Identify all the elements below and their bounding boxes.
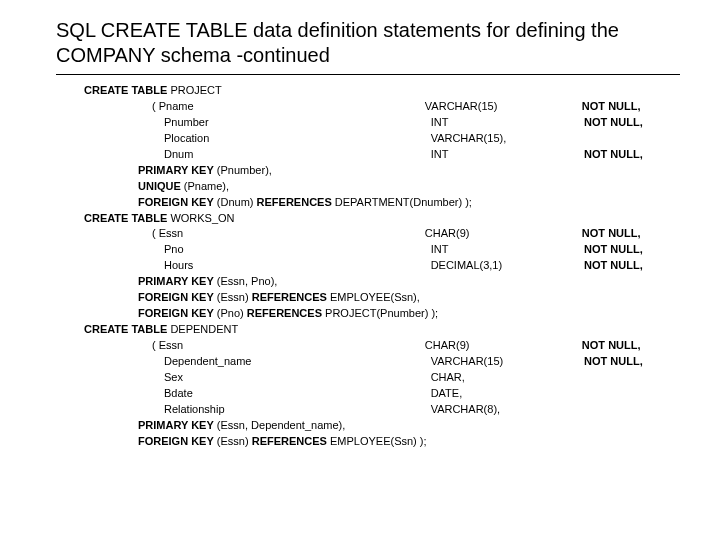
column-name: Pnumber bbox=[84, 115, 431, 131]
key-line: PRIMARY KEY (Essn, Pno), bbox=[84, 274, 277, 290]
column-type: INT bbox=[431, 147, 584, 163]
column-constraint: NOT NULL, bbox=[584, 242, 680, 258]
column-constraint: NOT NULL, bbox=[584, 147, 680, 163]
column-type: DATE, bbox=[431, 386, 584, 402]
create-keyword: CREATE TABLE bbox=[84, 84, 167, 96]
key-line: FOREIGN KEY (Dnum) REFERENCES DEPARTMENT… bbox=[84, 195, 472, 211]
table-name: WORKS_ON bbox=[170, 212, 234, 224]
table-name: DEPENDENT bbox=[170, 323, 238, 335]
column-type: VARCHAR(15) bbox=[431, 354, 584, 370]
column-constraint: NOT NULL, bbox=[584, 258, 680, 274]
title-rule bbox=[56, 74, 680, 75]
column-name: Bdate bbox=[84, 386, 431, 402]
table-name: PROJECT bbox=[170, 84, 221, 96]
column-type: CHAR(9) bbox=[425, 338, 582, 354]
column-type: INT bbox=[431, 115, 584, 131]
column-constraint bbox=[584, 370, 680, 386]
column-name: Relationship bbox=[84, 402, 431, 418]
column-constraint: NOT NULL, bbox=[584, 115, 680, 131]
column-type: CHAR, bbox=[431, 370, 584, 386]
column-name: Dependent_name bbox=[84, 354, 431, 370]
column-name: Sex bbox=[84, 370, 431, 386]
column-type: INT bbox=[431, 242, 584, 258]
create-keyword: CREATE TABLE bbox=[84, 212, 167, 224]
column-constraint: NOT NULL, bbox=[582, 226, 680, 242]
sql-block: CREATE TABLE PROJECT( PnameVARCHAR(15)NO… bbox=[56, 83, 680, 450]
key-line: PRIMARY KEY (Pnumber), bbox=[84, 163, 272, 179]
column-type: VARCHAR(15), bbox=[431, 131, 584, 147]
key-line: UNIQUE (Pname), bbox=[84, 179, 229, 195]
column-name: ( Pname bbox=[84, 99, 425, 115]
column-name: Dnum bbox=[84, 147, 431, 163]
column-type: VARCHAR(15) bbox=[425, 99, 582, 115]
create-keyword: CREATE TABLE bbox=[84, 323, 167, 335]
column-constraint: NOT NULL, bbox=[582, 338, 680, 354]
key-line: PRIMARY KEY (Essn, Dependent_name), bbox=[84, 418, 345, 434]
column-constraint bbox=[584, 131, 680, 147]
column-constraint: NOT NULL, bbox=[582, 99, 680, 115]
column-constraint bbox=[584, 402, 680, 418]
column-type: CHAR(9) bbox=[425, 226, 582, 242]
column-type: DECIMAL(3,1) bbox=[431, 258, 584, 274]
column-name: Pno bbox=[84, 242, 431, 258]
column-type: VARCHAR(8), bbox=[431, 402, 584, 418]
key-line: FOREIGN KEY (Pno) REFERENCES PROJECT(Pnu… bbox=[84, 306, 438, 322]
slide-title: SQL CREATE TABLE data definition stateme… bbox=[56, 18, 680, 68]
key-line: FOREIGN KEY (Essn) REFERENCES EMPLOYEE(S… bbox=[84, 434, 427, 450]
key-line: FOREIGN KEY (Essn) REFERENCES EMPLOYEE(S… bbox=[84, 290, 420, 306]
column-name: Plocation bbox=[84, 131, 431, 147]
column-name: ( Essn bbox=[84, 338, 425, 354]
column-constraint: NOT NULL, bbox=[584, 354, 680, 370]
column-name: Hours bbox=[84, 258, 431, 274]
column-name: ( Essn bbox=[84, 226, 425, 242]
column-constraint bbox=[584, 386, 680, 402]
